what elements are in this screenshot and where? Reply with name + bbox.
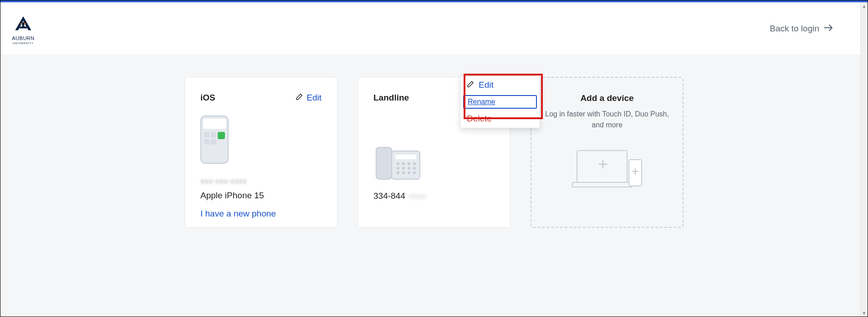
header: AUBURN UNIVERSITY Back to login	[0, 2, 860, 55]
org-logo: AUBURN UNIVERSITY	[10, 13, 37, 45]
landline-device-card: Landline Edit 334-844 -xxxx	[357, 77, 511, 228]
arrow-right-icon	[824, 24, 833, 34]
svg-point-13	[402, 162, 405, 165]
svg-point-17	[402, 167, 405, 170]
svg-rect-1	[20, 26, 27, 28]
landline-card-title: Landline	[373, 93, 409, 103]
ios-device-card: iOS Edit xxx-xxx-xxxx Apple iPhone 15 I …	[184, 77, 337, 228]
new-phone-link[interactable]: I have a new phone	[200, 209, 276, 219]
landline-number-visible: 334-844	[373, 191, 405, 201]
ios-edit-button[interactable]: Edit	[296, 93, 322, 103]
logo-text: AUBURN	[12, 35, 34, 41]
svg-rect-7	[204, 139, 209, 145]
back-to-login-link[interactable]: Back to login	[770, 24, 833, 34]
ios-card-header: iOS Edit	[200, 93, 322, 103]
add-device-title: Add a device	[543, 93, 671, 103]
svg-rect-8	[211, 139, 216, 145]
ios-edit-label: Edit	[306, 93, 322, 103]
svg-point-22	[408, 171, 410, 174]
dropdown-edit-item[interactable]: Edit	[460, 76, 540, 94]
svg-point-14	[408, 162, 410, 165]
svg-point-12	[397, 162, 399, 165]
svg-rect-5	[204, 132, 209, 137]
svg-point-15	[413, 162, 416, 165]
auburn-logo-icon	[10, 13, 37, 35]
ios-device-image	[200, 116, 322, 166]
back-to-login-label: Back to login	[770, 24, 819, 34]
pencil-icon	[296, 93, 303, 103]
svg-rect-3	[203, 119, 226, 129]
logo-subtext: UNIVERSITY	[13, 42, 34, 45]
landline-number-row: 334-844 -xxxx	[373, 191, 495, 201]
svg-point-20	[397, 171, 399, 174]
svg-rect-6	[211, 132, 216, 137]
landline-edit-dropdown: Edit Rename Delete	[460, 75, 540, 128]
top-accent-bar	[0, 0, 868, 2]
add-device-illustration	[543, 146, 671, 191]
svg-point-21	[402, 171, 405, 174]
pencil-icon	[467, 80, 474, 90]
dropdown-delete-item[interactable]: Delete	[460, 110, 540, 128]
device-cards-row: iOS Edit xxx-xxx-xxxx Apple iPhone 15 I …	[184, 77, 684, 228]
svg-rect-25	[572, 182, 632, 187]
svg-rect-4	[218, 132, 225, 139]
scroll-down-arrow-icon[interactable]: ▼	[861, 309, 868, 317]
add-device-card[interactable]: Add a device Log in faster with Touch ID…	[531, 77, 684, 228]
dropdown-delete-label: Delete	[467, 114, 492, 124]
landline-number-blurred: -xxxx	[407, 191, 426, 201]
add-device-subtitle: Log in faster with Touch ID, Duo Push, a…	[543, 109, 671, 131]
svg-rect-11	[395, 155, 416, 159]
dropdown-rename-label: Rename	[468, 98, 495, 106]
svg-point-23	[413, 171, 416, 174]
ios-blurred-number: xxx-xxx-xxxx	[200, 176, 322, 186]
dropdown-rename-item[interactable]: Rename	[463, 95, 537, 109]
ios-card-title: iOS	[200, 93, 215, 103]
vertical-scrollbar[interactable]: ▲ ▼	[860, 2, 868, 317]
ios-device-name: Apple iPhone 15	[200, 191, 322, 201]
svg-point-19	[413, 167, 416, 170]
scroll-up-arrow-icon[interactable]: ▲	[861, 2, 868, 10]
svg-point-18	[408, 167, 410, 170]
svg-rect-24	[577, 151, 627, 182]
dropdown-edit-label: Edit	[479, 80, 494, 90]
svg-rect-9	[376, 147, 392, 179]
svg-point-16	[397, 167, 399, 170]
